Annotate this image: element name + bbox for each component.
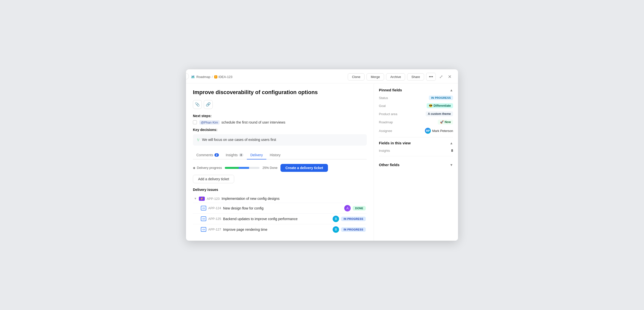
goal-label: Goal [379, 104, 401, 108]
avatar-img-0: A [344, 205, 351, 211]
status-value[interactable]: IN PROGRESS [429, 96, 453, 100]
roadmap-label-field: Roadmap [379, 120, 401, 124]
field-row-goal: Goal 😎 Differentiate [379, 103, 453, 108]
toolbar: 📎 🔗 [193, 100, 367, 109]
field-row-assignee: Assignee MP Mark Peterson [379, 128, 453, 134]
fields-in-view-collapse-button[interactable]: ▲ [450, 141, 453, 145]
other-fields-header[interactable]: Other fields ▼ [379, 160, 453, 170]
tab-delivery[interactable]: Delivery [247, 151, 266, 159]
tab-insights[interactable]: Insights 8 [222, 151, 247, 159]
diamond-icon: ◆ [193, 166, 196, 170]
idea-code[interactable]: IDEA-123 [218, 75, 232, 79]
status-done-0: DONE [353, 206, 366, 210]
breadcrumb: 🗺️ Roadmap / ! IDEA-123 [191, 75, 232, 79]
pinned-fields-collapse-button[interactable]: ▲ [450, 88, 453, 92]
fields-in-view-title: Fields in this view [379, 141, 410, 145]
child-issue-icon-2: ▭ [201, 227, 206, 232]
modal-header: 🗺️ Roadmap / ! IDEA-123 Clone Merge Arch… [186, 69, 458, 84]
key-decisions-box: ⑂ We will focus on use cases of existing… [193, 134, 367, 146]
create-delivery-ticket-button[interactable]: Create a delivery ticket [280, 164, 328, 172]
goal-value[interactable]: 😎 Differentiate [426, 103, 453, 108]
progress-bar [225, 167, 260, 169]
comments-badge: 2 [214, 153, 219, 157]
parent-issue-icon: ⚡ [199, 197, 205, 201]
other-fields-expand-button[interactable]: ▼ [450, 163, 453, 167]
next-steps-label: Next steps: [193, 114, 367, 118]
expand-button[interactable]: ⤢ [438, 73, 444, 81]
more-button[interactable]: ••• [426, 73, 436, 81]
avatar-img-2: B [333, 226, 339, 233]
archive-button[interactable]: Archive [386, 73, 405, 81]
assignee-value[interactable]: MP Mark Peterson [425, 128, 453, 134]
next-steps-checkbox[interactable] [193, 120, 197, 124]
clone-button[interactable]: Clone [348, 73, 364, 81]
parent-issue-code[interactable]: APP-123 [207, 197, 220, 201]
child-avatar-0: A [344, 205, 351, 211]
delivery-progress-row: ◆ Delivery progress 25% Done Create a de… [193, 164, 367, 183]
tab-history[interactable]: History [266, 151, 284, 159]
breadcrumb-idea: ! IDEA-123 [214, 75, 232, 79]
roadmap-emoji: 🚀 [440, 120, 444, 124]
fields-in-view-header: Fields in this view ▲ [379, 141, 453, 145]
field-row-status: Status IN PROGRESS [379, 96, 453, 100]
next-steps-text: @Phan Kim schedule the first round of us… [199, 120, 286, 124]
delivery-issues-label: Delivery issues [193, 188, 367, 192]
roadmap-label[interactable]: Roadmap [196, 75, 210, 79]
page-title: Improve discoverability of configuration… [193, 89, 367, 96]
assignee-label: Assignee [379, 129, 401, 133]
child-issue-title-2: Improve page rendering time [223, 227, 331, 231]
breadcrumb-separator: / [212, 75, 213, 79]
fork-icon: ⑂ [197, 137, 200, 143]
child-avatar-2: B [333, 226, 339, 233]
sidebar: Pinned fields ▲ Status IN PROGRESS Goal … [374, 84, 458, 241]
child-issue-code-1[interactable]: APP-125 [208, 217, 221, 221]
pinned-fields-title: Pinned fields [379, 88, 402, 92]
insights-count: 8 [451, 149, 453, 153]
roadmap-icon: 🗺️ [191, 75, 195, 79]
modal-body: Improve discoverability of configuration… [186, 84, 458, 241]
child-issue-code-2[interactable]: APP-127 [208, 227, 221, 231]
issue-child-2: ▭ APP-127 Improve page rendering time B … [193, 224, 367, 235]
product-area-label: Product area [379, 112, 401, 116]
child-issue-code-0[interactable]: APP-124 [208, 206, 221, 210]
child-avatar-1: B [333, 216, 339, 222]
status-label: Status [379, 96, 401, 100]
progress-bar-blue [239, 167, 249, 169]
key-decisions-label: Key decisions: [193, 128, 367, 132]
insights-badge: 8 [239, 153, 243, 157]
merge-button[interactable]: Merge [366, 73, 384, 81]
progress-bar-green [225, 167, 239, 169]
child-issue-title-1: Backend updates to improve config perfor… [223, 217, 331, 221]
attach-button[interactable]: 📎 [193, 100, 202, 109]
issue-group: ▼ ⚡ APP-123 Implementation of new config… [193, 195, 367, 235]
mention-tag[interactable]: @Phan Kim [199, 120, 220, 125]
next-steps-item: @Phan Kim schedule the first round of us… [193, 120, 367, 124]
parent-issue-title: Implementation of new config designs [222, 197, 280, 201]
tabs: Comments 2 Insights 8 Delivery History [193, 151, 367, 159]
field-row-roadmap: Roadmap 🚀 Now [379, 120, 453, 125]
avatar-img-1: B [333, 216, 339, 222]
link-button[interactable]: 🔗 [204, 100, 213, 109]
key-decisions-text: We will focus on use cases of existing u… [202, 137, 276, 142]
idea-badge: ! [214, 75, 218, 79]
modal-container: 🗺️ Roadmap / ! IDEA-123 Clone Merge Arch… [186, 69, 458, 241]
assignee-avatar: MP [425, 128, 431, 134]
issue-child-0: ▭ APP-124 New design flow for config A D… [193, 203, 367, 213]
product-area-value[interactable]: A custom theme [426, 111, 453, 116]
field-row-product-area: Product area A custom theme [379, 111, 453, 116]
other-fields-title: Other fields [379, 163, 400, 167]
issue-parent: ▼ ⚡ APP-123 Implementation of new config… [193, 195, 367, 203]
close-button[interactable]: ✕ [446, 73, 453, 81]
insights-field-row: Insights 8 [379, 149, 453, 153]
child-issue-icon-1: ▭ [201, 216, 206, 221]
tab-comments[interactable]: Comments 2 [193, 151, 222, 159]
delivery-progress-label: ◆ Delivery progress [193, 166, 222, 170]
progress-pct: 25% Done [262, 166, 278, 170]
add-delivery-ticket-button[interactable]: Add a delivery ticket [193, 175, 234, 183]
goal-emoji: 😎 [429, 104, 432, 107]
status-inprogress-1: IN PROGRESS [341, 217, 366, 221]
share-button[interactable]: Share [407, 73, 424, 81]
collapse-arrow[interactable]: ▼ [194, 197, 197, 200]
roadmap-value[interactable]: 🚀 Now [438, 120, 453, 125]
collapse-sidebar-button[interactable]: ‹ [186, 73, 189, 80]
